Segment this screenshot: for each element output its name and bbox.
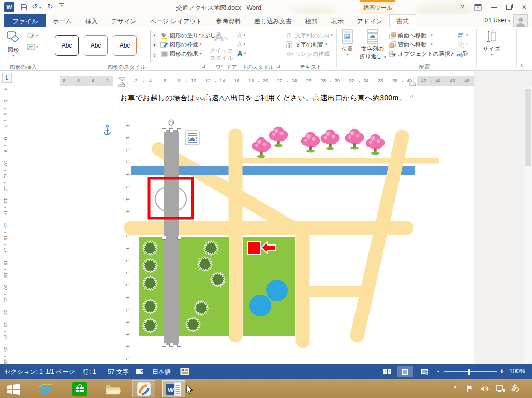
bush-shape[interactable] <box>198 257 212 271</box>
minimize-button[interactable]: — <box>490 3 499 11</box>
ribbon-display-options-button[interactable] <box>474 4 482 11</box>
bush-shape[interactable] <box>186 317 200 332</box>
bush-shape[interactable] <box>211 272 225 287</box>
selection-handle[interactable] <box>162 343 166 347</box>
bush-shape[interactable] <box>143 318 157 333</box>
help-button[interactable]: ? <box>457 3 467 11</box>
group-objects-button[interactable]: ▾ <box>457 40 468 49</box>
sakura-tree[interactable] <box>252 137 271 158</box>
create-link-button[interactable]: リンクの作成 <box>286 50 330 58</box>
bush-shape[interactable] <box>143 241 157 255</box>
shape-effects-button[interactable]: 図形の効果▾ <box>160 50 202 58</box>
hanging-indent-marker[interactable] <box>119 82 125 85</box>
sakura-tree[interactable] <box>321 130 340 150</box>
text-fill-button[interactable]: A▾ <box>237 31 245 39</box>
status-char-count[interactable]: 57 文字 <box>108 368 129 376</box>
status-language[interactable]: 日本語 <box>152 368 171 376</box>
tab-挿入[interactable]: 挿入 <box>79 14 105 27</box>
selection-handle[interactable] <box>170 129 173 132</box>
bush-shape[interactable] <box>143 258 157 273</box>
read-mode-button[interactable] <box>379 366 395 377</box>
zoom-in-button[interactable]: + <box>500 368 504 375</box>
undo-dropdown-arrow[interactable]: ▾ <box>39 6 41 10</box>
vertical-scrollbar[interactable] <box>524 87 532 364</box>
user-avatar[interactable] <box>513 14 528 28</box>
volume-icon[interactable] <box>480 385 490 393</box>
wordart-quick-styles-button[interactable]: A✎ クイック スタイル ▾ <box>210 28 233 68</box>
ime-taskbar-indicator[interactable]: あ <box>511 383 519 393</box>
scrollbar-thumb[interactable] <box>525 89 531 166</box>
pond-shape[interactable] <box>266 280 288 301</box>
tab-デザイン[interactable]: デザイン <box>105 14 143 27</box>
sakura-tree[interactable] <box>301 132 320 153</box>
sakura-tree[interactable] <box>269 127 288 147</box>
zoom-out-button[interactable]: - <box>437 368 439 375</box>
gallery-more-button[interactable]: ⊽ <box>150 51 158 62</box>
align-objects-button[interactable]: ▾ <box>457 31 468 39</box>
insert-shapes-button[interactable]: 図形 ▾ <box>2 29 25 58</box>
start-button[interactable] <box>2 380 25 397</box>
zoom-slider-track[interactable] <box>444 371 497 372</box>
save-button[interactable] <box>20 3 28 11</box>
tab-アドイン[interactable]: アドイン <box>350 14 389 27</box>
shape-outline-button[interactable]: 図形の枠線▾ <box>160 40 202 49</box>
selection-handle[interactable] <box>178 343 181 347</box>
bush-shape[interactable] <box>204 241 218 255</box>
size-button[interactable]: サイズ ▾ <box>480 29 503 57</box>
selection-handle[interactable] <box>178 129 181 132</box>
destination-red-square-shape[interactable] <box>247 241 260 254</box>
position-button[interactable]: 位置 ▾ <box>338 29 357 57</box>
edit-shape-button[interactable]: ▾ <box>27 32 38 40</box>
tab-書式[interactable]: 書式 <box>389 14 416 28</box>
collapse-ribbon-button[interactable]: ∧ <box>520 63 523 68</box>
shape-style-swatch-3[interactable]: Abc <box>113 35 137 56</box>
redo-button[interactable]: ↻ <box>46 2 55 11</box>
bush-shape[interactable] <box>194 301 209 315</box>
selection-handle[interactable] <box>162 129 166 132</box>
zoom-slider-thumb[interactable] <box>468 369 470 375</box>
print-layout-button[interactable] <box>397 366 413 377</box>
customize-qat-icon[interactable]: ▾ <box>59 3 64 8</box>
shape-style-swatch-1[interactable]: Abc <box>55 35 79 56</box>
align-text-button[interactable]: 文字の配置▾ <box>286 40 327 49</box>
sakura-tree[interactable] <box>345 129 364 150</box>
proofing-error-icon[interactable] <box>136 368 144 375</box>
undo-button[interactable]: ↺ <box>30 2 39 11</box>
tab-差し込み文書[interactable]: 差し込み文書 <box>247 14 299 27</box>
tab-ホーム[interactable]: ホーム <box>46 14 79 27</box>
selection-pane-button[interactable]: オブジェクトの選択と表示 <box>389 50 467 58</box>
wrap-text-button[interactable]: 文字列の 折り返し ▾ <box>358 29 387 60</box>
wordart-dialog-launcher[interactable] <box>276 64 281 69</box>
first-line-indent-marker[interactable] <box>119 78 125 81</box>
rotation-handle[interactable] <box>169 120 174 125</box>
pond-shape[interactable] <box>249 295 271 316</box>
right-indent-marker[interactable] <box>410 81 416 86</box>
status-section[interactable]: セクション: 1 <box>4 368 43 376</box>
tab-校閲[interactable]: 校閲 <box>299 14 324 27</box>
zoom-level[interactable]: 100% <box>509 368 525 375</box>
taskbar-drawing-app[interactable] <box>132 380 155 397</box>
close-button[interactable]: ✕ <box>520 3 529 11</box>
sakura-tree[interactable] <box>366 134 385 155</box>
tab-ページ レイアウト[interactable]: ページ レイアウト <box>143 14 209 27</box>
text-direction-button[interactable]: 文字列の方向▾ <box>286 31 333 39</box>
selection-handle[interactable] <box>162 236 166 240</box>
bring-forward-button[interactable]: 前面へ移動▾ <box>389 31 433 39</box>
rotate-objects-button[interactable]: ▾ <box>457 50 468 58</box>
restore-button[interactable] <box>506 5 512 10</box>
action-center-flag-icon[interactable] <box>466 385 474 393</box>
selection-handle[interactable] <box>170 343 173 347</box>
status-page[interactable]: 1/1 ページ <box>46 368 75 376</box>
status-line[interactable]: 行: 1 <box>83 368 96 376</box>
tray-show-hidden-icons[interactable]: ▲ <box>453 384 457 389</box>
gallery-scroll-up[interactable]: ▲ <box>150 30 158 41</box>
web-layout-button[interactable] <box>417 366 433 377</box>
bush-shape[interactable] <box>143 276 157 290</box>
ime-mode-icon[interactable] <box>180 368 189 375</box>
taskbar-internet-explorer[interactable] <box>34 380 57 397</box>
tab-参考資料[interactable]: 参考資料 <box>209 14 247 27</box>
text-outline-button[interactable]: A▾ <box>237 40 245 49</box>
gallery-scroll-down[interactable]: ▼ <box>150 40 158 51</box>
selected-gray-road-shape[interactable] <box>164 130 179 345</box>
taskbar-file-explorer[interactable] <box>101 380 124 397</box>
